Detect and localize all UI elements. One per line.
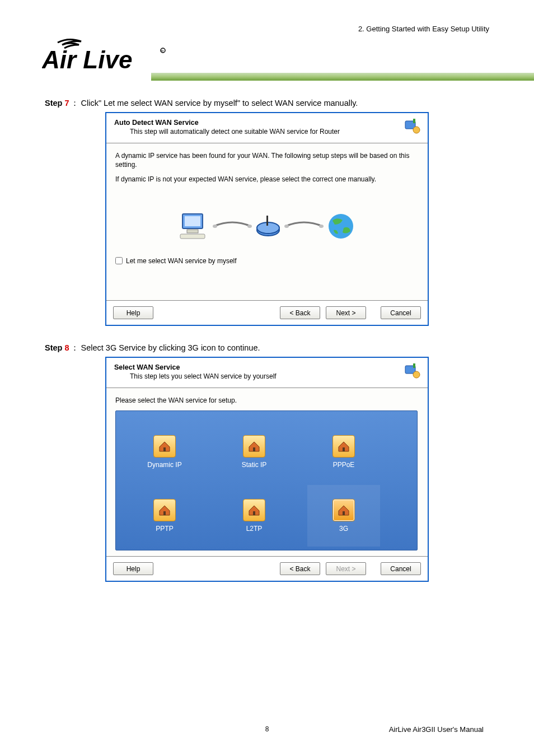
service-l2tp[interactable]: L2TP xyxy=(218,485,291,547)
manual-title: AirLive Air3GII User's Manual xyxy=(339,725,484,734)
service-dynamic-ip[interactable]: Dynamic IP xyxy=(128,421,201,483)
computer-icon xyxy=(179,212,209,241)
service-static-ip[interactable]: Static IP xyxy=(218,421,291,483)
house-icon xyxy=(243,435,265,458)
step-8-number: 8 xyxy=(64,343,69,352)
step-8-label: Step 8 xyxy=(45,343,69,352)
manual-select-checkbox[interactable] xyxy=(115,257,123,264)
dialog1-body-line2: If dynamic IP is not your expected WAN s… xyxy=(115,175,419,184)
step-8-text: Select 3G Service by clicking 3G icon to… xyxy=(81,343,489,352)
svg-rect-22 xyxy=(253,447,255,451)
step-7-number: 7 xyxy=(64,99,69,108)
back-button[interactable]: < Back xyxy=(280,562,320,575)
svg-point-10 xyxy=(213,225,217,228)
step-8-row: Step 8 ： Select 3G Service by clicking 3… xyxy=(45,343,489,353)
svg-point-4 xyxy=(413,127,420,133)
step-prefix: Step xyxy=(45,99,64,108)
service-3g[interactable]: 3G xyxy=(307,485,380,547)
brand-logo: Air Live R xyxy=(42,34,171,76)
svg-point-19 xyxy=(413,371,420,378)
svg-point-15 xyxy=(284,225,289,228)
back-button[interactable]: < Back xyxy=(280,306,320,319)
next-button[interactable]: Next > xyxy=(326,562,366,575)
help-button[interactable]: Help xyxy=(113,306,153,319)
footer-left-pad xyxy=(50,725,195,734)
dialog1-footer: Help < Back Next > Cancel xyxy=(106,300,428,325)
svg-point-11 xyxy=(247,225,252,228)
svg-text:R: R xyxy=(161,49,164,53)
dialog2-subtitle: This step lets you select WAN service by… xyxy=(130,372,420,380)
service-label: Dynamic IP xyxy=(147,461,181,469)
cancel-button[interactable]: Cancel xyxy=(381,306,421,319)
dialog-select-wan-service: Select WAN Service This step lets you se… xyxy=(105,357,429,582)
service-label: PPTP xyxy=(156,525,173,533)
cable-left-icon xyxy=(213,221,252,232)
svg-rect-9 xyxy=(180,234,205,239)
dialog2-title: Select WAN Service xyxy=(114,363,420,371)
dialog-auto-detect-wan: Auto Detect WAN Service This step will a… xyxy=(105,112,429,326)
svg-point-17 xyxy=(329,214,353,239)
step-8-separator: ： xyxy=(71,343,79,353)
dialog1-title: Auto Detect WAN Service xyxy=(114,119,420,127)
svg-rect-24 xyxy=(163,511,166,515)
dialog1-body: A dynamic IP service has been found for … xyxy=(106,143,428,300)
step-7-separator: ： xyxy=(71,98,79,109)
wan-connection-graphic xyxy=(172,207,362,246)
help-button[interactable]: Help xyxy=(113,562,153,575)
service-label: Static IP xyxy=(242,461,267,469)
service-label: L2TP xyxy=(246,525,263,533)
dialog1-subtitle: This step will automatically detect one … xyxy=(130,128,420,136)
svg-rect-5 xyxy=(413,119,415,123)
dialog2-footer: Help < Back Next > Cancel xyxy=(106,556,428,581)
step-7-label: Step 7 xyxy=(45,99,69,108)
svg-rect-26 xyxy=(343,511,345,515)
content-area: Step 7 ： Click" Let me select WAN servic… xyxy=(45,98,489,599)
house-icon xyxy=(332,435,355,458)
dialog2-header: Select WAN Service This step lets you se… xyxy=(106,358,428,388)
svg-rect-21 xyxy=(163,447,166,451)
service-pppoe[interactable]: PPPoE xyxy=(307,421,380,483)
svg-rect-8 xyxy=(187,230,198,233)
manual-select-label: Let me select WAN service by myself xyxy=(126,257,237,265)
house-icon xyxy=(153,499,176,521)
dialog2-body: Please select the WAN service for setup.… xyxy=(106,388,428,556)
next-button[interactable]: Next > xyxy=(326,306,366,319)
house-icon xyxy=(153,435,176,458)
svg-rect-25 xyxy=(253,511,255,515)
svg-rect-14 xyxy=(266,216,268,226)
service-pptp[interactable]: PPTP xyxy=(128,485,201,547)
page: 2. Getting Started with Easy Setup Utili… xyxy=(0,0,534,756)
step-7-row: Step 7 ： Click" Let me select WAN servic… xyxy=(45,98,489,109)
svg-text:Air Live: Air Live xyxy=(42,46,132,73)
svg-rect-7 xyxy=(185,216,200,226)
dialog1-header: Auto Detect WAN Service This step will a… xyxy=(106,113,428,143)
service-label: 3G xyxy=(339,525,348,533)
house-icon xyxy=(332,499,355,521)
chapter-title: 2. Getting Started with Easy Setup Utili… xyxy=(358,25,489,33)
router-icon xyxy=(255,213,281,239)
service-grid: Dynamic IP Static IP PPPoE xyxy=(115,410,418,550)
wizard-icon xyxy=(403,362,422,381)
service-label: PPPoE xyxy=(333,461,355,469)
cable-right-icon xyxy=(284,221,324,232)
svg-rect-23 xyxy=(343,447,345,451)
dialog2-body-line1: Please select the WAN service for setup. xyxy=(115,396,419,405)
house-icon xyxy=(243,499,265,521)
page-footer: 8 AirLive Air3GII User's Manual xyxy=(0,725,534,734)
step-7-text: Click" Let me select WAN service by myse… xyxy=(81,99,489,108)
svg-point-16 xyxy=(319,225,324,228)
page-number: 8 xyxy=(195,725,339,734)
globe-icon xyxy=(327,212,355,240)
svg-rect-20 xyxy=(413,363,415,368)
header-banner xyxy=(151,73,534,81)
dialog1-body-line1: A dynamic IP service has been found for … xyxy=(115,151,419,169)
step-prefix: Step xyxy=(45,343,64,352)
manual-select-checkbox-row[interactable]: Let me select WAN service by myself xyxy=(115,257,419,265)
wizard-icon xyxy=(403,118,422,137)
cancel-button[interactable]: Cancel xyxy=(381,562,421,575)
